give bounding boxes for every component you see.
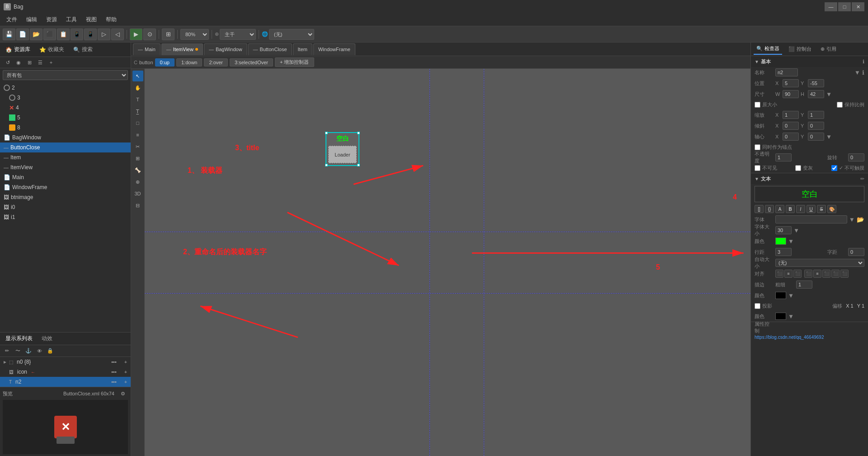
preview-settings-btn[interactable]: ⚙ [118,389,128,398]
pos-x-input[interactable] [783,79,799,87]
toolbar-btn5[interactable]: 📋 [57,28,70,40]
tree-item-itemview[interactable]: — ItemView [0,162,131,172]
stop-button[interactable]: ⊙ [143,28,156,40]
tree-item-8[interactable]: 8 [0,123,131,133]
scale-y-input[interactable] [808,111,824,119]
tool-component[interactable]: ⊞ [132,153,143,164]
valign-bottom-btn[interactable]: ⬛ [822,270,830,278]
tab-bagwindow[interactable]: — BagWindow [204,43,247,55]
size-dropdown-btn[interactable]: ▼ [826,91,832,98]
minimize-button[interactable]: — [825,2,837,11]
layer-icon[interactable]: 🖼 icon ← ••• + [0,367,131,377]
lang-select[interactable]: (无) [269,29,314,40]
font-input[interactable] [775,215,847,223]
create-btn[interactable]: + [46,58,56,67]
new-button[interactable]: 📄 [16,28,29,40]
font-dropdown-btn[interactable]: ▼ [849,216,855,223]
canvas-area[interactable]: ↖ ✋ T T̲ □ ≡ ✂ ⊞ 🦴 ⊕ 3D ⊟ [131,69,750,456]
grid-btn[interactable]: ⊞ [24,58,34,67]
state-selectedover-btn[interactable]: 3:selectedOver [230,58,273,66]
list-btn[interactable]: ☰ [35,58,45,67]
basic-section-header[interactable]: ▼ 基本 ℹ [751,56,868,67]
layer-n0-dots[interactable]: ••• [109,357,119,366]
font-browse-btn[interactable]: 📂 [857,216,864,223]
skew-x-input[interactable] [783,122,799,130]
tree-item-item[interactable]: — Item [0,152,131,162]
menu-assets[interactable]: 资源 [42,14,61,26]
toolbar-btn6[interactable]: 📱 [71,28,83,40]
tab-search[interactable]: 🔍 搜索 [71,44,95,55]
tab-favorites[interactable]: ⭐ 收藏夹 [37,44,67,55]
fontsize-dropdown-btn[interactable]: ▼ [793,227,799,234]
align-right-btn[interactable]: ⬛ [793,270,802,278]
tab-inspector[interactable]: 🔍 检查器 [754,43,782,55]
menu-tools[interactable]: 工具 [61,14,81,26]
color-dropdown-btn[interactable]: ▼ [788,238,794,245]
tree-item-btnimage[interactable]: 🖼 btnimage [0,192,131,202]
pivot-dropdown-btn[interactable]: ▼ [826,133,832,140]
skew-y-input[interactable] [808,122,824,130]
add-control-btn[interactable]: + 增加控制器 [275,57,314,67]
save-button[interactable]: 💾 [3,28,15,40]
layer-anchor-btn[interactable]: ⚓ [24,347,33,356]
layer-curve-btn[interactable]: 〜 [13,347,23,356]
text-section-header[interactable]: ▼ 文本 ✏ [751,173,868,184]
tool-list[interactable]: ≡ [132,129,143,140]
menu-view[interactable]: 视图 [81,14,101,26]
handle-tl[interactable] [325,132,328,134]
tool-scale[interactable]: ⊕ [132,176,143,187]
linespacing-input[interactable] [775,248,792,256]
tree-item-3[interactable]: 3 [0,93,131,103]
gray-checkbox[interactable] [795,165,801,171]
package-select[interactable]: 所有包 [3,70,128,80]
notouch-checkbox[interactable] [831,165,837,171]
basic-info-btn[interactable]: ℹ [863,59,864,65]
layer-n2[interactable]: T n2 ••• + [0,377,131,387]
tab-main[interactable]: — Main [133,43,160,55]
tab-display-list[interactable]: 显示系列表 [3,334,35,343]
screen-btn[interactable]: ⊞ [162,28,175,40]
layer-n2-dots[interactable]: ••• [109,377,119,386]
strikethrough-btn[interactable]: S [817,205,826,213]
play-button[interactable]: ▶ [130,28,142,40]
layer-paint-btn[interactable]: ✏ [2,347,12,356]
brackets-btn[interactable]: [] [755,205,764,213]
tree-item-5[interactable]: 5 [0,113,131,123]
tool-bone[interactable]: 🦴 [132,165,143,176]
layer-icon-add[interactable]: + [121,367,131,376]
tab-console[interactable]: ⬛ 控制台 [786,44,814,54]
align-left-btn[interactable]: ⬛ [775,270,783,278]
keep-ratio-checkbox[interactable] [837,102,843,108]
stroke-color-swatch[interactable] [775,292,786,299]
locate-btn[interactable]: ◉ [14,58,24,67]
tool-text[interactable]: T [132,94,143,105]
toolbar-btn9[interactable]: ◁ [111,28,124,40]
tree-item-bagwindow[interactable]: 📄 BagWindow [0,133,131,142]
tree-item-2[interactable]: 2 [0,83,131,93]
autosize-select[interactable]: (无) Both Height [775,259,864,267]
menu-file[interactable]: 文件 [2,14,22,26]
tree-item-i1[interactable]: 🖼 i1 [0,212,131,222]
tool-select[interactable]: ↖ [132,71,143,81]
branch-select[interactable]: 主干 [220,29,256,40]
menu-help[interactable]: 帮助 [101,14,121,26]
tab-itemview[interactable]: — ItemView [161,43,203,55]
state-up-btn[interactable]: 0:up [155,58,175,66]
stroke-width-input[interactable] [796,280,812,289]
handle-br[interactable] [357,164,360,166]
tool-cut[interactable]: ✂ [132,141,143,152]
align-center-btn[interactable]: ≡ [784,270,793,278]
tree-item-buttonclose[interactable]: — ButtonClose [0,142,131,152]
name-dropdown-btn[interactable]: ▼ [854,69,860,76]
tool-rect[interactable]: □ [132,118,143,128]
layer-n2-add[interactable]: + [121,377,131,386]
shadow-checkbox[interactable] [755,303,760,309]
rotation-input[interactable] [848,153,864,162]
pos-y-input[interactable] [808,79,824,87]
valign-fill-btn[interactable]: ⬛ [831,270,840,278]
italic-btn[interactable]: I [796,205,805,213]
name-info-btn[interactable]: ℹ [862,69,864,76]
tool-grid[interactable]: ⊟ [132,200,143,211]
sync-pivot-checkbox[interactable] [755,144,760,150]
layer-n0[interactable]: ▸ ⬚ n0 {8} ••• + [0,357,131,367]
